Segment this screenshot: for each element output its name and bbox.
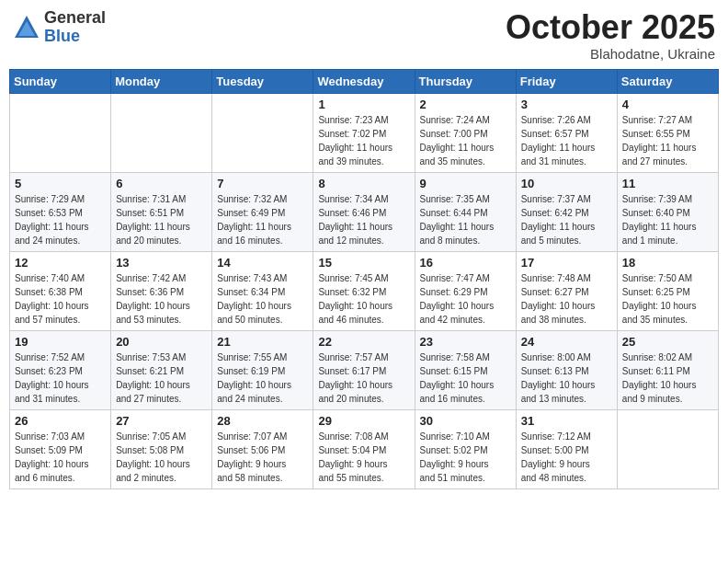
day-info: Sunrise: 7:58 AM Sunset: 6:15 PM Dayligh… (420, 350, 511, 406)
day-info: Sunrise: 7:57 AM Sunset: 6:17 PM Dayligh… (318, 350, 409, 406)
calendar-cell (212, 93, 313, 172)
weekday-header-row: SundayMondayTuesdayWednesdayThursdayFrid… (10, 69, 719, 93)
day-info: Sunrise: 7:40 AM Sunset: 6:38 PM Dayligh… (15, 271, 106, 327)
day-info: Sunrise: 7:29 AM Sunset: 6:53 PM Dayligh… (15, 192, 106, 247)
calendar-cell: 25Sunrise: 8:02 AM Sunset: 6:11 PM Dayli… (617, 330, 718, 409)
calendar-cell: 13Sunrise: 7:42 AM Sunset: 6:36 PM Dayli… (111, 251, 212, 330)
day-info: Sunrise: 7:12 AM Sunset: 5:00 PM Dayligh… (521, 430, 612, 485)
day-number: 20 (116, 335, 207, 349)
calendar-cell: 31Sunrise: 7:12 AM Sunset: 5:00 PM Dayli… (516, 409, 617, 488)
day-number: 5 (15, 177, 106, 190)
day-number: 14 (217, 256, 308, 270)
calendar-cell: 30Sunrise: 7:10 AM Sunset: 5:02 PM Dayli… (415, 409, 516, 488)
day-number: 4 (622, 98, 713, 111)
day-info: Sunrise: 7:55 AM Sunset: 6:19 PM Dayligh… (217, 350, 308, 406)
calendar-cell: 24Sunrise: 8:00 AM Sunset: 6:13 PM Dayli… (516, 330, 617, 409)
day-number: 16 (420, 256, 511, 270)
calendar-table: SundayMondayTuesdayWednesdayThursdayFrid… (9, 69, 719, 489)
day-number: 1 (318, 98, 409, 111)
day-number: 15 (318, 256, 409, 270)
calendar-cell: 10Sunrise: 7:37 AM Sunset: 6:42 PM Dayli… (516, 172, 617, 251)
calendar-cell: 23Sunrise: 7:58 AM Sunset: 6:15 PM Dayli… (415, 330, 516, 409)
calendar-cell: 27Sunrise: 7:05 AM Sunset: 5:08 PM Dayli… (111, 409, 212, 488)
calendar-cell: 1Sunrise: 7:23 AM Sunset: 7:02 PM Daylig… (313, 93, 415, 172)
day-info: Sunrise: 7:53 AM Sunset: 6:21 PM Dayligh… (116, 350, 207, 406)
day-info: Sunrise: 7:37 AM Sunset: 6:42 PM Dayligh… (521, 192, 612, 247)
day-info: Sunrise: 7:31 AM Sunset: 6:51 PM Dayligh… (116, 192, 207, 247)
logo-blue-text: Blue (44, 28, 106, 46)
logo-icon (13, 14, 40, 41)
calendar-cell: 28Sunrise: 7:07 AM Sunset: 5:06 PM Dayli… (212, 409, 313, 488)
day-info: Sunrise: 7:32 AM Sunset: 6:49 PM Dayligh… (217, 192, 308, 247)
weekday-header-tuesday: Tuesday (212, 69, 313, 93)
day-info: Sunrise: 7:05 AM Sunset: 5:08 PM Dayligh… (116, 430, 207, 485)
calendar-cell: 4Sunrise: 7:27 AM Sunset: 6:55 PM Daylig… (617, 93, 718, 172)
day-number: 12 (15, 256, 106, 270)
title-block: October 2025 Blahodatne, Ukraine (506, 9, 715, 62)
calendar-cell (111, 93, 212, 172)
calendar-cell: 8Sunrise: 7:34 AM Sunset: 6:46 PM Daylig… (313, 172, 415, 251)
calendar-cell: 12Sunrise: 7:40 AM Sunset: 6:38 PM Dayli… (10, 251, 111, 330)
day-info: Sunrise: 7:48 AM Sunset: 6:27 PM Dayligh… (521, 271, 612, 327)
calendar-cell: 22Sunrise: 7:57 AM Sunset: 6:17 PM Dayli… (313, 330, 415, 409)
day-number: 2 (420, 98, 511, 111)
logo-general-text: General (44, 9, 106, 28)
weekday-header-saturday: Saturday (617, 69, 718, 93)
day-number: 25 (622, 335, 713, 349)
day-info: Sunrise: 7:43 AM Sunset: 6:34 PM Dayligh… (217, 271, 308, 327)
week-row-2: 5Sunrise: 7:29 AM Sunset: 6:53 PM Daylig… (10, 172, 719, 251)
day-info: Sunrise: 7:27 AM Sunset: 6:55 PM Dayligh… (622, 113, 713, 168)
calendar-cell: 6Sunrise: 7:31 AM Sunset: 6:51 PM Daylig… (111, 172, 212, 251)
day-info: Sunrise: 7:24 AM Sunset: 7:00 PM Dayligh… (420, 113, 511, 168)
day-info: Sunrise: 7:10 AM Sunset: 5:02 PM Dayligh… (420, 430, 511, 485)
calendar-cell: 14Sunrise: 7:43 AM Sunset: 6:34 PM Dayli… (212, 251, 313, 330)
calendar-cell (10, 93, 111, 172)
day-number: 31 (521, 414, 612, 428)
day-number: 10 (521, 177, 612, 190)
day-number: 23 (420, 335, 511, 349)
day-number: 9 (420, 177, 511, 190)
day-info: Sunrise: 7:08 AM Sunset: 5:04 PM Dayligh… (318, 430, 409, 485)
day-info: Sunrise: 7:45 AM Sunset: 6:32 PM Dayligh… (318, 271, 409, 327)
calendar-cell: 19Sunrise: 7:52 AM Sunset: 6:23 PM Dayli… (10, 330, 111, 409)
day-info: Sunrise: 7:50 AM Sunset: 6:25 PM Dayligh… (622, 271, 713, 327)
calendar-cell: 29Sunrise: 7:08 AM Sunset: 5:04 PM Dayli… (313, 409, 415, 488)
calendar-cell: 18Sunrise: 7:50 AM Sunset: 6:25 PM Dayli… (617, 251, 718, 330)
calendar-cell: 17Sunrise: 7:48 AM Sunset: 6:27 PM Dayli… (516, 251, 617, 330)
weekday-header-thursday: Thursday (415, 69, 516, 93)
weekday-header-sunday: Sunday (10, 69, 111, 93)
day-info: Sunrise: 7:47 AM Sunset: 6:29 PM Dayligh… (420, 271, 511, 327)
day-number: 29 (318, 414, 409, 428)
calendar-cell: 16Sunrise: 7:47 AM Sunset: 6:29 PM Dayli… (415, 251, 516, 330)
day-number: 21 (217, 335, 308, 349)
location-text: Blahodatne, Ukraine (506, 46, 715, 62)
weekday-header-wednesday: Wednesday (313, 69, 415, 93)
calendar-cell: 11Sunrise: 7:39 AM Sunset: 6:40 PM Dayli… (617, 172, 718, 251)
calendar-cell: 5Sunrise: 7:29 AM Sunset: 6:53 PM Daylig… (10, 172, 111, 251)
day-number: 3 (521, 98, 612, 111)
week-row-1: 1Sunrise: 7:23 AM Sunset: 7:02 PM Daylig… (10, 93, 719, 172)
calendar-cell: 2Sunrise: 7:24 AM Sunset: 7:00 PM Daylig… (415, 93, 516, 172)
day-info: Sunrise: 7:03 AM Sunset: 5:09 PM Dayligh… (15, 430, 106, 485)
day-info: Sunrise: 8:00 AM Sunset: 6:13 PM Dayligh… (521, 350, 612, 406)
weekday-header-friday: Friday (516, 69, 617, 93)
calendar-cell (617, 409, 718, 488)
day-number: 27 (116, 414, 207, 428)
day-number: 18 (622, 256, 713, 270)
day-number: 17 (521, 256, 612, 270)
day-info: Sunrise: 7:42 AM Sunset: 6:36 PM Dayligh… (116, 271, 207, 327)
day-number: 26 (15, 414, 106, 428)
logo: General Blue (13, 9, 106, 46)
day-info: Sunrise: 7:26 AM Sunset: 6:57 PM Dayligh… (521, 113, 612, 168)
calendar-cell: 26Sunrise: 7:03 AM Sunset: 5:09 PM Dayli… (10, 409, 111, 488)
day-info: Sunrise: 7:23 AM Sunset: 7:02 PM Dayligh… (318, 113, 409, 168)
calendar-cell: 15Sunrise: 7:45 AM Sunset: 6:32 PM Dayli… (313, 251, 415, 330)
day-number: 30 (420, 414, 511, 428)
month-title: October 2025 (506, 9, 715, 46)
calendar-cell: 7Sunrise: 7:32 AM Sunset: 6:49 PM Daylig… (212, 172, 313, 251)
day-number: 13 (116, 256, 207, 270)
day-number: 24 (521, 335, 612, 349)
day-info: Sunrise: 8:02 AM Sunset: 6:11 PM Dayligh… (622, 350, 713, 406)
day-number: 11 (622, 177, 713, 190)
day-number: 22 (318, 335, 409, 349)
